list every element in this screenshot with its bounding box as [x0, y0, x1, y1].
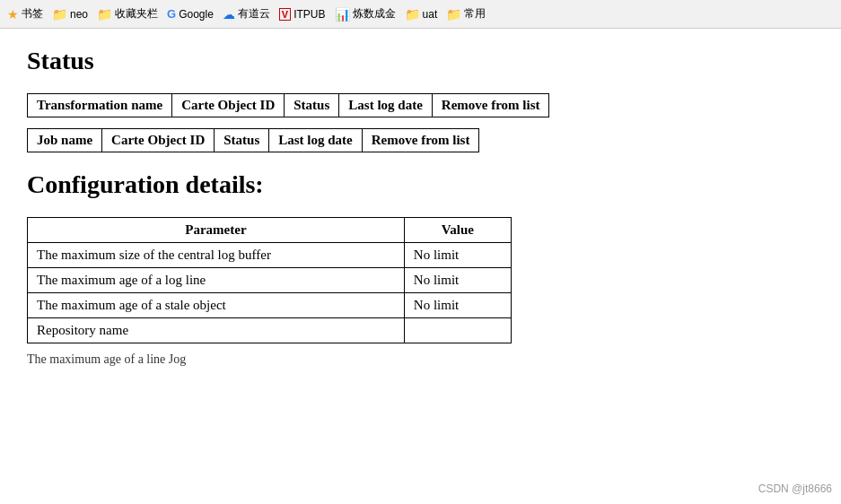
google-icon: G	[167, 7, 176, 21]
config-value-0: No limit	[404, 243, 511, 268]
transformation-col-status: Status	[285, 94, 339, 117]
transformation-table-wrapper: Transformation name Carte Object ID Stat…	[27, 93, 814, 117]
config-header-row: Parameter Value	[28, 218, 512, 243]
folder-icon-uat: 📁	[405, 7, 420, 22]
config-title: Configuration details:	[27, 170, 814, 199]
folder-icon-neo: 📁	[52, 7, 67, 22]
transformation-table-header-row: Transformation name Carte Object ID Stat…	[28, 94, 549, 117]
job-table-wrapper: Job name Carte Object ID Status Last log…	[27, 128, 814, 152]
transformation-table: Transformation name Carte Object ID Stat…	[27, 93, 549, 117]
job-table: Job name Carte Object ID Status Last log…	[27, 128, 479, 152]
transformation-col-remove: Remove from list	[432, 94, 549, 117]
job-col-status: Status	[215, 129, 269, 152]
folder-icon-favorites: 📁	[97, 7, 112, 22]
config-param-0: The maximum size of the central log buff…	[28, 243, 405, 268]
bookmark-google[interactable]: G Google	[167, 7, 214, 21]
bookmark-bar: ★ 书签 📁 neo 📁 收藏夹栏 G Google ☁ 有道云 V ITPUB…	[0, 0, 841, 29]
transformation-col-logdate: Last log date	[339, 94, 433, 117]
job-table-header-row: Job name Carte Object ID Status Last log…	[28, 129, 479, 152]
bookmark-uat-label: uat	[423, 8, 438, 21]
job-col-logdate: Last log date	[269, 129, 363, 152]
bookmark-youdao-label: 有道云	[238, 6, 270, 22]
config-value-3	[404, 318, 511, 343]
bookmark-favorites-label: 收藏夹栏	[115, 6, 158, 22]
bookmark-neo-label: neo	[70, 8, 88, 21]
folder-icon-common: 📁	[446, 7, 461, 22]
config-row-0: The maximum size of the central log buff…	[28, 243, 512, 268]
bookmark-neo[interactable]: 📁 neo	[52, 7, 88, 22]
youdao-icon: ☁	[223, 7, 235, 22]
main-content: Status Transformation name Carte Object …	[0, 29, 841, 385]
bookmark-google-label: Google	[179, 8, 214, 21]
bookmark-uat[interactable]: 📁 uat	[405, 7, 438, 22]
config-param-1: The maximum age of a log line	[28, 268, 405, 293]
config-col-value: Value	[404, 218, 511, 243]
csdn-watermark: CSDN @jt8666	[758, 482, 832, 495]
job-col-name: Job name	[28, 129, 102, 152]
bookmark-itpub[interactable]: V ITPUB	[279, 8, 326, 21]
bookmark-lianshu[interactable]: 📊 炼数成金	[335, 6, 396, 22]
job-col-remove: Remove from list	[362, 129, 479, 152]
bottom-text: The maximum age of a line Jog	[27, 352, 814, 367]
bookmark-itpub-label: ITPUB	[293, 8, 325, 21]
bookmark-common-label: 常用	[464, 6, 486, 22]
config-col-parameter: Parameter	[28, 218, 405, 243]
bookmark-lianshu-label: 炼数成金	[353, 6, 396, 22]
status-title: Status	[27, 47, 814, 75]
transformation-col-name: Transformation name	[28, 94, 172, 117]
bookmark-favorites[interactable]: 📁 收藏夹栏	[97, 6, 158, 22]
config-value-2: No limit	[404, 293, 511, 318]
star-icon: ★	[7, 7, 19, 22]
bookmark-bookmarks-label: 书签	[22, 6, 43, 22]
bookmark-bookmarks[interactable]: ★ 书签	[7, 6, 43, 22]
bookmark-common[interactable]: 📁 常用	[446, 6, 486, 22]
config-param-2: The maximum age of a stale object	[28, 293, 405, 318]
config-table: Parameter Value The maximum size of the …	[27, 217, 512, 343]
config-row-2: The maximum age of a stale object No lim…	[28, 293, 512, 318]
itpub-icon: V	[279, 8, 291, 21]
chart-icon: 📊	[335, 7, 350, 22]
transformation-col-id: Carte Object ID	[172, 94, 285, 117]
config-table-wrapper: Parameter Value The maximum size of the …	[27, 217, 814, 343]
config-value-1: No limit	[404, 268, 511, 293]
job-col-id: Carte Object ID	[102, 129, 215, 152]
bookmark-youdao[interactable]: ☁ 有道云	[223, 6, 270, 22]
config-row-1: The maximum age of a log line No limit	[28, 268, 512, 293]
config-row-3: Repository name	[28, 318, 512, 343]
config-param-3: Repository name	[28, 318, 405, 343]
